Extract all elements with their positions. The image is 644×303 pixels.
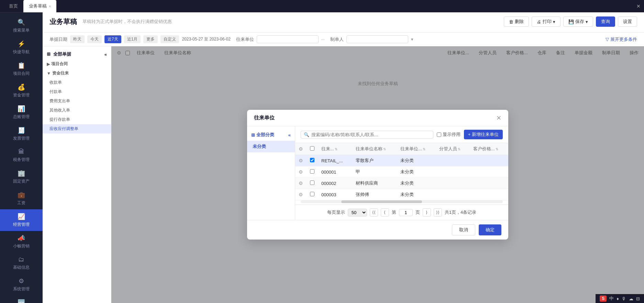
sidebar-item-invoice[interactable]: 🧾 发票管理 <box>0 123 43 145</box>
creator-input[interactable] <box>346 35 408 43</box>
th-manager: 分管人员⇅ <box>436 143 470 155</box>
row-select-checkbox[interactable] <box>310 192 314 196</box>
prev-page-button[interactable]: ⟨ <box>381 208 389 217</box>
th-category: 往来单位...⇅ <box>397 143 435 155</box>
partner-search-input[interactable] <box>311 132 430 137</box>
tab-list: 首页 业务草稿 × <box>3 0 636 12</box>
tab-home[interactable]: 首页 <box>3 0 23 12</box>
sidebar-item-label: 工资 <box>17 200 25 206</box>
dialog-left-item-uncategorized[interactable]: 未分类 <box>247 141 295 152</box>
table-row[interactable]: ⚙ RETAIL_... 零散客户 未分类 <box>295 155 508 166</box>
left-panel-item-expense[interactable]: 费用支出单 <box>43 96 111 106</box>
row-select-checkbox[interactable] <box>310 169 314 174</box>
status-s: S <box>600 295 607 302</box>
date-btn-custom[interactable]: 自定义 <box>160 35 179 43</box>
date-btn-more[interactable]: 更多 <box>143 35 158 43</box>
add-partner-button[interactable]: + 新增往来单位 <box>464 130 503 139</box>
expand-icon: ▽ <box>606 37 609 42</box>
th-code: 往来...⇅ <box>318 143 352 155</box>
sidebar-item-guide[interactable]: 🆕 新手引导 <box>0 295 43 303</box>
first-page-button[interactable]: ⟨⟨ <box>370 208 378 217</box>
left-panel-item-receipt[interactable]: 收款单 <box>43 78 111 87</box>
delete-button[interactable]: 🗑 删除 <box>504 16 529 27</box>
left-panel-item-adjustment[interactable]: 应收应付调整单 <box>43 124 111 133</box>
scrollbar-thumb[interactable] <box>341 200 422 203</box>
partner-label: 往来单位 <box>236 36 254 43</box>
row-gear: ⚙ <box>295 189 307 200</box>
top-bar-right: ✕ <box>636 3 641 9</box>
filter-row: 单据日期 昨天 今天 近7天 近1月 更多 自定义 2023-05-27 至 2… <box>43 33 644 46</box>
page-size-select[interactable]: 50 10 20 100 <box>348 209 367 217</box>
left-panel-section-finance[interactable]: ▼ 资金往来 <box>43 69 111 78</box>
left-panel-collapse-icon[interactable]: « <box>104 52 107 57</box>
confirm-button[interactable]: 确定 <box>479 224 501 235</box>
sidebar-item-basic[interactable]: 🗂 基础信息 <box>0 253 43 274</box>
date-label: 单据日期 <box>49 36 67 43</box>
left-panel-section-project[interactable]: ▶ 项目合同 <box>43 59 111 69</box>
show-disabled-label[interactable]: 显示停用 <box>437 131 460 138</box>
search-icon: 🔍 <box>304 132 309 137</box>
table-row[interactable]: ⚙ 000001 甲 未分类 <box>295 166 508 178</box>
left-panel: ⊞ 全部单据 « ▶ 项目合同 ▼ 资金往来 收款单 付款单 费用支出单 其他收… <box>43 46 111 303</box>
save-button[interactable]: 💾 保存 ▾ <box>563 16 593 27</box>
show-disabled-checkbox[interactable] <box>437 132 441 137</box>
left-panel-item-other-income[interactable]: 其他收入单 <box>43 106 111 115</box>
sidebar-item-ops[interactable]: 📈 经营管理 <box>0 209 43 231</box>
query-button[interactable]: 查询 <box>596 16 615 27</box>
dialog-left-all-category[interactable]: ⊞ 全部分类 « <box>247 129 295 141</box>
sidebar-item-payroll[interactable]: 💼 工资 <box>0 188 43 209</box>
status-cloud: ☁ <box>629 296 633 301</box>
sidebar-item-tax[interactable]: 🏛 税务管理 <box>0 145 43 166</box>
dialog-close-button[interactable]: ✕ <box>496 115 501 121</box>
row-gear: ⚙ <box>295 166 307 178</box>
table-row[interactable]: ⚙ 000003 张帅傅 未分类 <box>295 189 508 200</box>
sidebar-item-system[interactable]: ⚙ 系统管理 <box>0 274 43 295</box>
quick-nav-icon: ⚡ <box>18 40 25 48</box>
date-btn-yesterday[interactable]: 昨天 <box>70 35 85 43</box>
window-close-icon[interactable]: ✕ <box>636 3 641 9</box>
print-button[interactable]: 🖨 打印 ▾ <box>532 16 560 27</box>
partner-search-box[interactable]: 🔍 <box>301 131 433 139</box>
row-select-checkbox[interactable] <box>310 180 314 185</box>
page-actions: 🗑 删除 🖨 打印 ▾ 💾 保存 ▾ 查询 设置 <box>504 16 637 27</box>
left-panel-header[interactable]: ⊞ 全部单据 « <box>43 49 111 59</box>
sidebar-item-label: 经营管理 <box>13 222 30 228</box>
row-gear: ⚙ <box>295 155 307 166</box>
sidebar-item-search-menu[interactable]: 🔍 搜索菜单 <box>0 15 43 37</box>
next-page-button[interactable]: ⟩ <box>423 208 431 217</box>
row-manager <box>436 178 470 189</box>
date-btn-7days[interactable]: 近7天 <box>104 35 121 43</box>
row-select-checkbox[interactable] <box>310 158 314 162</box>
system-icon: ⚙ <box>19 277 24 285</box>
page-number-input[interactable] <box>399 209 413 216</box>
save-icon: 💾 <box>568 19 574 24</box>
sidebar-item-asset[interactable]: 🏢 固定资产 <box>0 166 43 188</box>
row-checkbox <box>307 166 318 178</box>
left-panel-item-bank[interactable]: 提行存款单 <box>43 115 111 124</box>
horizontal-scrollbar[interactable] <box>301 200 503 203</box>
sidebar-item-marketing[interactable]: 📣 小畅营销 <box>0 231 43 253</box>
partner-input[interactable] <box>257 35 319 43</box>
date-btn-1month[interactable]: 近1月 <box>124 35 141 43</box>
settings-button[interactable]: 设置 <box>618 16 637 27</box>
expand-conditions-button[interactable]: ▽ 展开更多条件 <box>606 36 637 43</box>
last-page-button[interactable]: ⟩⟩ <box>434 208 442 217</box>
basic-icon: 🗂 <box>18 256 24 263</box>
row-price <box>470 178 508 189</box>
table-row[interactable]: ⚙ 000002 材料供应商 未分类 <box>295 178 508 189</box>
dialog-collapse-icon[interactable]: « <box>288 132 291 138</box>
tab-draft[interactable]: 业务草稿 × <box>23 0 56 12</box>
select-all-checkbox-dialog[interactable] <box>310 146 314 151</box>
dialog-body: ⊞ 全部分类 « 未分类 <box>247 126 508 220</box>
table-gear-icon[interactable]: ⚙ <box>299 146 303 152</box>
left-panel-item-payment[interactable]: 付款单 <box>43 87 111 96</box>
sidebar-item-quick-nav[interactable]: ⚡ 快捷导航 <box>0 37 43 58</box>
sidebar-item-project[interactable]: 📋 项目合同 <box>0 58 43 80</box>
sidebar-item-accounting[interactable]: 📊 总账管理 <box>0 102 43 123</box>
sidebar-item-finance[interactable]: 💰 资金管理 <box>0 80 43 102</box>
creator-label: 制单人 <box>330 36 344 43</box>
tab-close-icon[interactable]: × <box>49 4 51 8</box>
sidebar-item-label: 小畅营销 <box>13 243 30 249</box>
date-btn-today[interactable]: 今天 <box>87 35 102 43</box>
cancel-button[interactable]: 取消 <box>452 224 475 235</box>
